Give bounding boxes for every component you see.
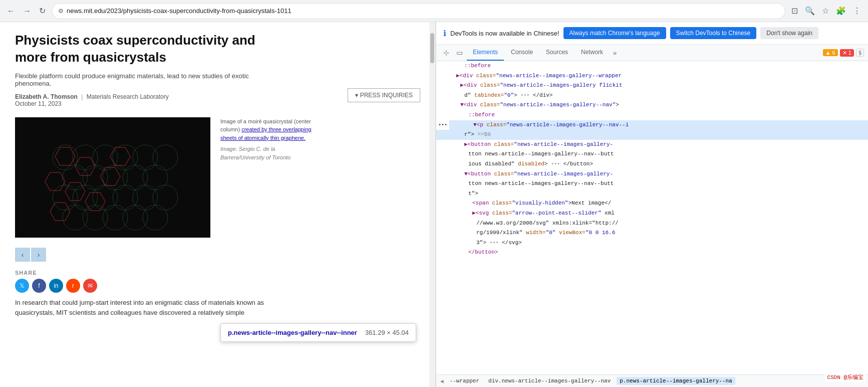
bookmark-button[interactable]: ☆ bbox=[820, 4, 831, 18]
search-button[interactable]: 🔍 bbox=[803, 4, 817, 18]
switch-to-chinese-button[interactable]: Switch DevTools to Chinese bbox=[670, 27, 757, 39]
html-line-8: ▶<button class="news-article--images-gal… bbox=[436, 140, 868, 150]
html-line-selected-2[interactable]: r"> ==$0 bbox=[436, 130, 868, 140]
share-reddit[interactable]: r bbox=[66, 279, 80, 293]
dont-show-again-button[interactable]: Don't show again bbox=[760, 27, 818, 39]
tab-sources[interactable]: Sources bbox=[540, 45, 574, 61]
translate-button[interactable]: ⊡ bbox=[789, 4, 800, 18]
html-line-17: rg/1999/xlink" width="0" viewBox="0 0 16… bbox=[436, 228, 868, 238]
menu-button[interactable]: ⋮ bbox=[851, 4, 863, 18]
html-line-2: ▶<div class="news-article--images-galler… bbox=[436, 71, 868, 81]
image-caption-area: Image of a moiré quasicrystal (center co… bbox=[220, 117, 321, 238]
press-inquiries-button[interactable]: ▾ PRESS INQUIRIES bbox=[348, 88, 420, 102]
share-section: SHARE 𝕏 f in r ✉ bbox=[15, 270, 420, 293]
devtools-warnings: ▲ 6 ✕ 1 § bbox=[823, 49, 864, 57]
breadcrumb-wrapper[interactable]: --wrapper bbox=[447, 377, 482, 385]
main-layout: Physicists coax superconductivity and mo… bbox=[0, 22, 868, 387]
html-line-selected[interactable]: ▼<p class="news-article--images-gallery-… bbox=[449, 120, 868, 130]
breadcrumb-gallery-nav[interactable]: div.news-article--images-gallery--nav bbox=[485, 377, 614, 385]
html-line-14: <span class="visually-hidden">Next image… bbox=[436, 199, 868, 209]
share-linkedin[interactable]: in bbox=[49, 279, 63, 293]
devtools-html-content: ::before ▶<div class="news-article--imag… bbox=[436, 61, 868, 374]
errors-badge[interactable]: ✕ 1 bbox=[840, 49, 854, 57]
inspect-icon[interactable]: ⊹ bbox=[440, 45, 452, 61]
tab-network[interactable]: Network bbox=[575, 45, 609, 61]
security-icon: ⚙ bbox=[58, 8, 64, 15]
warnings-badge[interactable]: ▲ 6 bbox=[823, 49, 838, 56]
back-button[interactable]: ← bbox=[5, 5, 17, 18]
html-line-6: ::before bbox=[436, 110, 868, 120]
element-tooltip: p.news-article--images-gallery--nav--inn… bbox=[220, 323, 416, 342]
share-twitter[interactable]: 𝕏 bbox=[15, 279, 29, 293]
article-body: In research that could jump-start intere… bbox=[15, 298, 296, 319]
notification-text: DevTools is now available in Chinese! bbox=[450, 30, 559, 37]
tooltip-selector: p.news-article--images-gallery--nav--inn… bbox=[228, 329, 357, 336]
csdn-watermark: CSDN @乐编宝 bbox=[825, 374, 865, 382]
html-line-18: 3"> ••• </svg> bbox=[436, 238, 868, 248]
tab-elements[interactable]: Elements bbox=[467, 45, 504, 61]
devtools-panel: ℹ DevTools is now available in Chinese! … bbox=[436, 22, 868, 387]
breadcrumb-selected[interactable]: p.news-article--images-gallery--na bbox=[617, 377, 735, 385]
extensions-button[interactable]: 🧩 bbox=[834, 4, 848, 18]
html-line-19: </button> bbox=[436, 248, 868, 258]
toolbar-icons: ⊡ 🔍 ☆ 🧩 ⋮ bbox=[789, 4, 863, 18]
browser-chrome: ← → ↻ ⚙ news.mit.edu/2023/physicists-coa… bbox=[0, 0, 868, 22]
share-email[interactable]: ✉ bbox=[83, 279, 97, 293]
html-line-12: tton news-article--images-gallery--nav--… bbox=[436, 179, 868, 189]
address-bar[interactable]: ⚙ news.mit.edu/2023/physicists-coax-supe… bbox=[52, 3, 785, 19]
next-image-button[interactable]: › bbox=[31, 248, 46, 262]
image-section: Image of a moiré quasicrystal (center co… bbox=[15, 117, 420, 238]
press-inquiries-label: PRESS INQUIRIES bbox=[360, 92, 413, 99]
html-line-5: ▼<div class="news-article--images-galler… bbox=[436, 100, 868, 110]
always-match-button[interactable]: Always match Chrome's language bbox=[563, 27, 666, 39]
devtools-tabs: ⊹ ▭ Elements Console Sources Network » ▲… bbox=[436, 45, 868, 61]
html-line-9: tton news-article--images-gallery--nav--… bbox=[436, 149, 868, 159]
press-inquiries-chevron: ▾ bbox=[355, 92, 358, 99]
devtools-notification: ℹ DevTools is now available in Chinese! … bbox=[436, 22, 868, 45]
article-author: Elizabeth A. Thomson bbox=[15, 93, 78, 100]
prev-image-button[interactable]: ‹ bbox=[15, 248, 30, 262]
html-line-1: ::before bbox=[436, 61, 868, 71]
quasicrystal-svg bbox=[15, 117, 210, 238]
article-affiliation: Materials Research Laboratory bbox=[87, 93, 169, 100]
image-credit: Image: Sergio C. de la Barrera/Universit… bbox=[220, 145, 321, 161]
url-text: news.mit.edu/2023/physicists-coax-superc… bbox=[67, 7, 779, 15]
html-line-selected-container: ••• ▼<p class="news-article--images-gall… bbox=[436, 120, 868, 130]
forward-button[interactable]: → bbox=[21, 5, 33, 18]
article-title: Physicists coax superconductivity and mo… bbox=[15, 32, 291, 66]
html-line-13: t"> bbox=[436, 189, 868, 199]
info-icon: ℹ bbox=[443, 29, 446, 38]
ext-badge: § bbox=[856, 49, 864, 57]
meta-divider: | bbox=[81, 93, 83, 100]
html-line-16: //www.w3.org/2000/svg" xmlns:xlink="http… bbox=[436, 219, 868, 229]
share-label: SHARE bbox=[15, 270, 420, 276]
refresh-button[interactable]: ↻ bbox=[37, 4, 48, 18]
share-icons: 𝕏 f in r ✉ bbox=[15, 279, 420, 293]
html-line-3: ▶<div class="news-article--images-galler… bbox=[436, 81, 868, 91]
breadcrumb-arrow-left[interactable]: ◀ bbox=[440, 378, 444, 384]
tooltip-dimensions: 361.29 × 45.04 bbox=[365, 329, 409, 336]
tab-console[interactable]: Console bbox=[505, 45, 539, 61]
html-line-11: ▼<button class="news-article--images-gal… bbox=[436, 169, 868, 179]
dot-indicator-left: ••• bbox=[436, 120, 449, 128]
share-facebook[interactable]: f bbox=[32, 279, 46, 293]
image-nav-arrows: ‹ › bbox=[15, 248, 420, 262]
more-tabs-button[interactable]: » bbox=[610, 45, 620, 61]
html-line-10: ious disabled" disabled> ••• </button> bbox=[436, 159, 868, 169]
webpage-panel: Physicists coax superconductivity and mo… bbox=[0, 22, 436, 387]
image-caption: Image of a moiré quasicrystal (center co… bbox=[220, 117, 321, 142]
scrollbar-track[interactable] bbox=[429, 22, 435, 387]
html-line-15: ▶<svg class="arrow--point-east--slider" … bbox=[436, 209, 868, 219]
scrollbar-thumb[interactable] bbox=[430, 33, 434, 63]
device-icon[interactable]: ▭ bbox=[453, 45, 466, 61]
article-image bbox=[15, 117, 210, 238]
svg-rect-0 bbox=[15, 117, 210, 238]
article-subtitle: Flexible platform could produce enigmati… bbox=[15, 72, 265, 87]
html-line-4: d" tabindex="0"> ••• </div> bbox=[436, 91, 868, 101]
article-date: October 11, 2023 bbox=[15, 100, 62, 107]
devtools-breadcrumb-bar: ◀ --wrapper div.news-article--images-gal… bbox=[436, 374, 868, 387]
